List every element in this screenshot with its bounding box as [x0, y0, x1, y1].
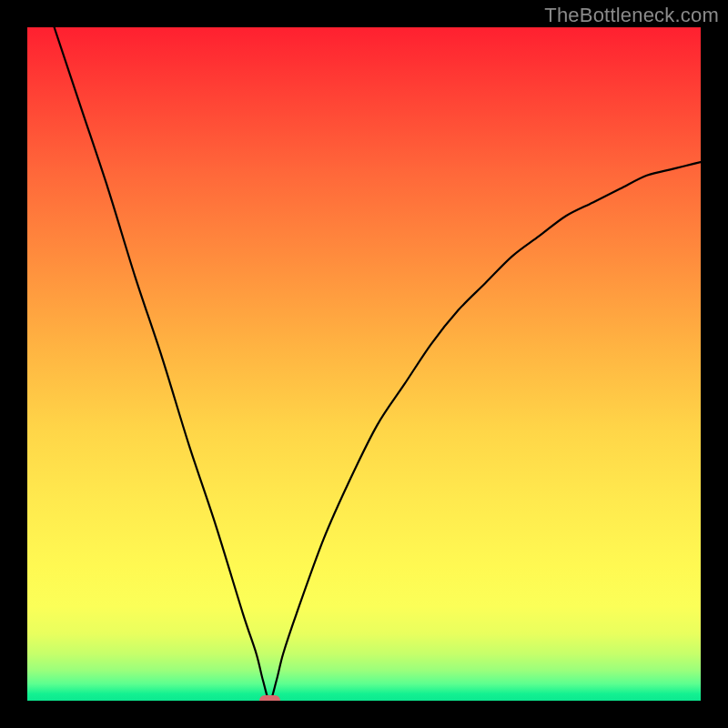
bottleneck-curve	[27, 27, 701, 701]
plot-area	[27, 27, 701, 701]
watermark-text: TheBottleneck.com	[544, 4, 719, 27]
optimum-marker	[259, 695, 281, 701]
